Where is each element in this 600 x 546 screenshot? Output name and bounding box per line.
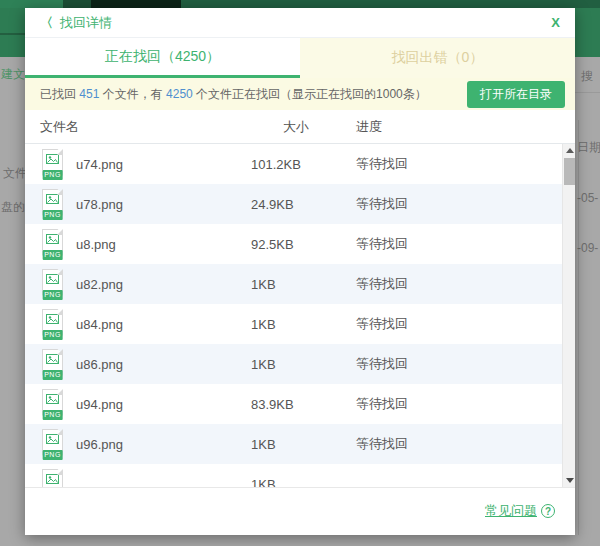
file-size: 1KB	[251, 317, 356, 332]
png-file-icon: PNG	[40, 269, 65, 300]
dialog-footer: 常见问题 ?	[25, 487, 575, 535]
column-header-progress: 进度	[356, 118, 575, 136]
file-row[interactable]: PNGu8.png 92.5KB 等待找回	[25, 224, 562, 264]
file-row[interactable]: PNGu82.png 1KB 等待找回	[25, 264, 562, 304]
background-divider	[575, 92, 600, 93]
scroll-thumb[interactable]	[564, 158, 575, 185]
file-name: u96.png	[76, 437, 123, 452]
png-file-icon: PNG	[40, 229, 65, 260]
summary-text: 已找回 451 个文件，有 4250 个文件正在找回（显示正在找回的1000条）	[40, 86, 427, 103]
summary-bar: 已找回 451 个文件，有 4250 个文件正在找回（显示正在找回的1000条）…	[25, 78, 575, 110]
file-row-partial[interactable]: PNG 1KB	[25, 464, 562, 487]
file-progress: 等待找回	[356, 435, 562, 453]
background-text-fragment: -05-	[577, 191, 598, 205]
file-progress: 等待找回	[356, 155, 562, 173]
png-file-icon: PNG	[40, 469, 65, 488]
file-size: 1KB	[251, 277, 356, 292]
file-size: 1KB	[251, 437, 356, 452]
open-directory-button[interactable]: 打开所在目录	[467, 81, 565, 108]
file-name: u8.png	[76, 237, 116, 252]
file-row[interactable]: PNGu74.png 101.2KB 等待找回	[25, 144, 562, 184]
file-name: u86.png	[76, 357, 123, 372]
file-row[interactable]: PNGu94.png 83.9KB 等待找回	[25, 384, 562, 424]
file-progress: 等待找回	[356, 395, 562, 413]
tab-errors[interactable]: 找回出错（0）	[300, 38, 575, 78]
background-divider	[0, 33, 25, 35]
png-file-icon: PNG	[40, 189, 65, 220]
recovering-count: 4250	[166, 87, 193, 101]
file-size: 1KB	[251, 477, 356, 488]
png-file-icon: PNG	[40, 349, 65, 380]
table-header: 文件名 大小 进度	[25, 110, 575, 144]
recovered-count: 451	[79, 87, 99, 101]
dialog-title: 找回详情	[60, 14, 112, 32]
background-text-fragment: 文件	[3, 165, 27, 182]
file-size: 1KB	[251, 357, 356, 372]
file-list: PNGu74.png 101.2KB 等待找回 PNGu78.png 24.9K…	[25, 144, 575, 487]
file-row[interactable]: PNGu86.png 1KB 等待找回	[25, 344, 562, 384]
question-mark-icon: ?	[541, 504, 555, 518]
scroll-down-button[interactable]	[563, 474, 575, 487]
tab-bar: 正在找回（4250） 找回出错（0）	[25, 38, 575, 78]
file-name: u78.png	[76, 197, 123, 212]
background-text-fragment: 日期	[577, 139, 600, 156]
file-progress: 等待找回	[356, 235, 562, 253]
file-size: 92.5KB	[251, 237, 356, 252]
file-progress: 等待找回	[356, 195, 562, 213]
recovery-details-dialog: 〈 找回详情 X 正在找回（4250） 找回出错（0） 已找回 451 个文件，…	[25, 8, 575, 535]
png-file-icon: PNG	[40, 389, 65, 420]
titlebar-segment	[91, 0, 181, 8]
tab-recovering[interactable]: 正在找回（4250）	[25, 38, 300, 78]
back-button[interactable]: 〈 找回详情	[40, 14, 112, 32]
scroll-up-button[interactable]	[563, 144, 575, 157]
png-file-icon: PNG	[40, 429, 65, 460]
column-header-filename: 文件名	[40, 118, 251, 136]
png-file-icon: PNG	[40, 309, 65, 340]
file-progress: 等待找回	[356, 275, 562, 293]
background-text-fragment: 搜	[581, 68, 593, 85]
file-name: u82.png	[76, 277, 123, 292]
scrollbar[interactable]	[562, 144, 575, 487]
close-button[interactable]: X	[551, 15, 560, 30]
column-header-size: 大小	[251, 118, 356, 136]
file-rows: PNGu74.png 101.2KB 等待找回 PNGu78.png 24.9K…	[25, 144, 562, 487]
back-chevron-icon: 〈	[40, 14, 53, 32]
file-row[interactable]: PNGu96.png 1KB 等待找回	[25, 424, 562, 464]
file-name: u74.png	[76, 157, 123, 172]
faq-link[interactable]: 常见问题 ?	[485, 502, 555, 520]
background-text-fragment: -09-	[577, 241, 598, 255]
titlebar-segment	[63, 0, 91, 8]
dialog-header: 〈 找回详情 X	[25, 8, 575, 38]
file-size: 24.9KB	[251, 197, 356, 212]
file-name: u84.png	[76, 317, 123, 332]
file-progress: 等待找回	[356, 355, 562, 373]
faq-label: 常见问题	[485, 502, 537, 520]
background-text-fragment: 盘的	[1, 199, 25, 216]
file-row[interactable]: PNGu78.png 24.9KB 等待找回	[25, 184, 562, 224]
titlebar-segment	[0, 0, 63, 8]
background-text-fragment: 建文	[1, 66, 25, 83]
png-file-icon: PNG	[40, 149, 65, 180]
file-size: 101.2KB	[251, 157, 356, 172]
file-progress: 等待找回	[356, 315, 562, 333]
arrow-up-icon	[566, 148, 574, 153]
arrow-down-icon	[566, 478, 574, 483]
file-row[interactable]: PNGu84.png 1KB 等待找回	[25, 304, 562, 344]
file-size: 83.9KB	[251, 397, 356, 412]
background-table-border	[578, 120, 579, 535]
file-name: u94.png	[76, 397, 123, 412]
background-titlebar	[0, 0, 600, 8]
